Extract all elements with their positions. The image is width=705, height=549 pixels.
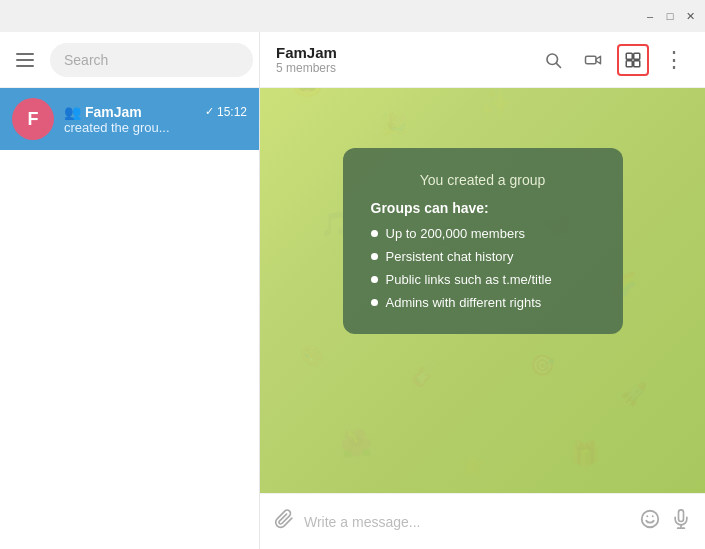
maximize-button[interactable]: □ bbox=[663, 9, 677, 23]
search-button[interactable] bbox=[537, 44, 569, 76]
list-item: Public links such as t.me/title bbox=[371, 272, 595, 287]
chat-header: FamJam 5 members bbox=[260, 32, 705, 88]
svg-rect-21 bbox=[626, 60, 632, 66]
info-card-title: You created a group bbox=[371, 172, 595, 188]
sidebar: F 👥 FamJam ✓ 15:12 created the grou... bbox=[0, 32, 260, 549]
chat-item-famjam[interactable]: F 👥 FamJam ✓ 15:12 created the grou... bbox=[0, 88, 259, 150]
chat-info: 👥 FamJam ✓ 15:12 created the grou... bbox=[64, 104, 247, 135]
video-button[interactable] bbox=[577, 44, 609, 76]
chat-header-name: FamJam bbox=[276, 44, 525, 61]
main-layout: F 👥 FamJam ✓ 15:12 created the grou... bbox=[0, 32, 705, 549]
check-icon: ✓ bbox=[205, 105, 214, 118]
avatar: F bbox=[12, 98, 54, 140]
bullet-icon bbox=[371, 299, 378, 306]
svg-line-16 bbox=[556, 63, 560, 67]
info-card-subtitle: Groups can have: bbox=[371, 200, 595, 216]
bullet-icon bbox=[371, 253, 378, 260]
chat-area: 😀 🎉 ✨ 🌟 🎵 💬 🦋 🌈 🎨 🎸 🎯 🚀 🌺 ⭐ 🎁 FamJam bbox=[260, 32, 705, 549]
message-input[interactable] bbox=[304, 514, 629, 530]
message-input-bar bbox=[260, 493, 705, 549]
chat-content: You created a group Groups can have: Up … bbox=[260, 88, 705, 493]
attach-button[interactable] bbox=[274, 509, 294, 534]
svg-rect-22 bbox=[634, 60, 640, 66]
sidebar-header bbox=[0, 32, 259, 88]
chat-name-row: 👥 FamJam ✓ 15:12 bbox=[64, 104, 247, 120]
svg-rect-19 bbox=[626, 53, 632, 59]
svg-rect-17 bbox=[586, 56, 597, 64]
group-icon: 👥 bbox=[64, 104, 81, 120]
header-icons: ⋮ bbox=[537, 44, 689, 76]
mic-button[interactable] bbox=[671, 508, 691, 535]
info-card-list: Up to 200,000 members Persistent chat hi… bbox=[371, 226, 595, 310]
layout-button[interactable] bbox=[617, 44, 649, 76]
svg-rect-20 bbox=[634, 53, 640, 59]
more-button[interactable]: ⋮ bbox=[657, 44, 689, 76]
list-item: Up to 200,000 members bbox=[371, 226, 595, 241]
list-item: Admins with different rights bbox=[371, 295, 595, 310]
emoji-button[interactable] bbox=[639, 508, 661, 535]
title-bar: – □ ✕ bbox=[0, 0, 705, 32]
info-card: You created a group Groups can have: Up … bbox=[343, 148, 623, 334]
chat-preview: created the grou... bbox=[64, 120, 247, 135]
close-button[interactable]: ✕ bbox=[683, 9, 697, 23]
bullet-icon bbox=[371, 276, 378, 283]
search-input[interactable] bbox=[50, 43, 253, 77]
svg-point-23 bbox=[642, 511, 659, 528]
chat-list: F 👥 FamJam ✓ 15:12 created the grou... bbox=[0, 88, 259, 549]
bullet-icon bbox=[371, 230, 378, 237]
menu-button[interactable] bbox=[12, 49, 38, 71]
chat-header-sub: 5 members bbox=[276, 61, 525, 75]
minimize-button[interactable]: – bbox=[643, 9, 657, 23]
chat-name: 👥 FamJam bbox=[64, 104, 142, 120]
list-item: Persistent chat history bbox=[371, 249, 595, 264]
chat-header-info: FamJam 5 members bbox=[276, 44, 525, 75]
chat-time: ✓ 15:12 bbox=[205, 105, 247, 119]
